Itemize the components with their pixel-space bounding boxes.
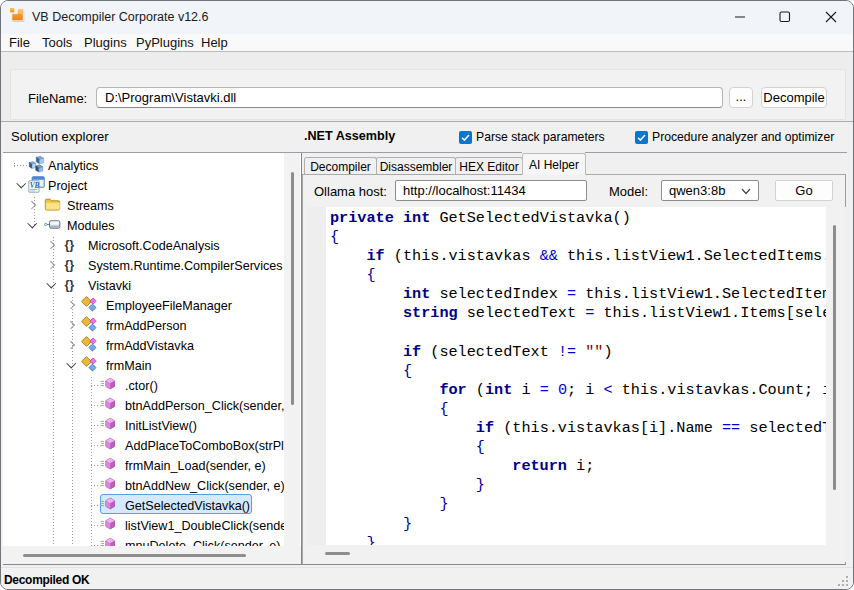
svg-text:VB: VB (30, 182, 40, 190)
svg-text:{}: {} (65, 238, 75, 252)
svg-text:{}: {} (65, 278, 75, 292)
svg-text:{}: {} (65, 258, 75, 272)
